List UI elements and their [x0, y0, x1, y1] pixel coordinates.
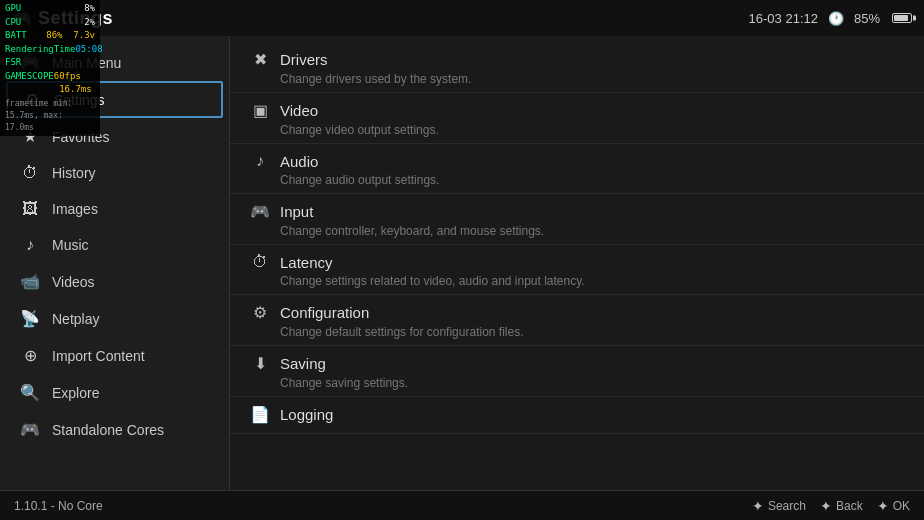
ok-action[interactable]: ✦OK — [877, 498, 910, 514]
content-item-configuration[interactable]: ⚙ConfigurationChange default settings fo… — [230, 295, 924, 346]
search-action-icon: ✦ — [752, 498, 764, 514]
configuration-content-icon: ⚙ — [250, 303, 270, 322]
back-action-label: Back — [836, 499, 863, 513]
rendering-label: RenderingTime — [5, 43, 75, 57]
sidebar-label-history: History — [52, 165, 96, 181]
videos-icon: 📹 — [20, 272, 40, 291]
content-item-input[interactable]: 🎮InputChange controller, keyboard, and m… — [230, 194, 924, 245]
sidebar-item-music[interactable]: ♪Music — [0, 227, 229, 263]
gpu-value: 8% — [84, 2, 95, 16]
ok-action-label: OK — [893, 499, 910, 513]
cpu-value: 2% — [84, 16, 95, 30]
gpu-label: GPU — [5, 2, 21, 16]
sidebar-item-images[interactable]: 🖼Images — [0, 191, 229, 227]
import-icon: ⊕ — [20, 346, 40, 365]
latency-content-icon: ⏱ — [250, 253, 270, 271]
battery-pct: 85% — [854, 11, 880, 26]
netplay-icon: 📡 — [20, 309, 40, 328]
sidebar-label-import: Import Content — [52, 348, 145, 364]
input-title: Input — [280, 203, 313, 220]
battery-icon — [892, 13, 912, 23]
sidebar-label-netplay: Netplay — [52, 311, 99, 327]
rendering-value: 05:08 — [75, 43, 102, 57]
latency-title: Latency — [280, 254, 333, 271]
video-content-icon: ▣ — [250, 101, 270, 120]
content-item-latency[interactable]: ⏱LatencyChange settings related to video… — [230, 245, 924, 295]
configuration-title: Configuration — [280, 304, 369, 321]
gamescope-label: GAMESCOPE — [5, 70, 54, 97]
main-layout: 🎮Main Menu⚙Settings★Favorites⏱History🖼Im… — [0, 36, 924, 490]
drivers-desc: Change drivers used by the system. — [250, 72, 904, 86]
clock-icon: 🕐 — [828, 11, 844, 26]
top-bar: 🎮 Settings 16-03 21:12 🕐 85% — [0, 0, 924, 36]
bottom-actions: ✦Search✦Back✦OK — [752, 498, 910, 514]
search-action-label: Search — [768, 499, 806, 513]
cpu-label: CPU — [5, 16, 21, 30]
video-title: Video — [280, 102, 318, 119]
video-desc: Change video output settings. — [250, 123, 904, 137]
sidebar-label-videos: Videos — [52, 274, 95, 290]
sidebar-label-music: Music — [52, 237, 89, 253]
sidebar-item-explore[interactable]: 🔍Explore — [0, 374, 229, 411]
content-item-audio[interactable]: ♪AudioChange audio output settings. — [230, 144, 924, 194]
batt-label: BATT — [5, 29, 27, 43]
ok-action-icon: ✦ — [877, 498, 889, 514]
top-bar-right: 16-03 21:12 🕐 85% — [749, 11, 912, 26]
saving-content-icon: ⬇ — [250, 354, 270, 373]
logging-content-icon: 📄 — [250, 405, 270, 424]
system-stats-overlay: GPU 8% CPU 2% BATT 86% 7.3v RenderingTim… — [0, 0, 100, 136]
explore-icon: 🔍 — [20, 383, 40, 402]
input-content-icon: 🎮 — [250, 202, 270, 221]
datetime-display: 16-03 21:12 — [749, 11, 818, 26]
frametime-row: frametime min: 15.7ms, max: 17.0ms — [5, 98, 95, 134]
standalone-icon: 🎮 — [20, 420, 40, 439]
audio-title: Audio — [280, 153, 318, 170]
search-action[interactable]: ✦Search — [752, 498, 806, 514]
sidebar-item-videos[interactable]: 📹Videos — [0, 263, 229, 300]
content-item-saving[interactable]: ⬇SavingChange saving settings. — [230, 346, 924, 397]
images-icon: 🖼 — [20, 200, 40, 218]
drivers-title: Drivers — [280, 51, 328, 68]
sidebar-item-import[interactable]: ⊕Import Content — [0, 337, 229, 374]
drivers-content-icon: ✖ — [250, 50, 270, 69]
version-label: 1.10.1 - No Core — [14, 499, 103, 513]
bottom-bar: 1.10.1 - No Core ✦Search✦Back✦OK — [0, 490, 924, 520]
latency-desc: Change settings related to video, audio … — [250, 274, 904, 288]
batt-value: 86% 7.3v — [46, 29, 95, 43]
sidebar-label-standalone: Standalone Cores — [52, 422, 164, 438]
back-action[interactable]: ✦Back — [820, 498, 863, 514]
sidebar-item-history[interactable]: ⏱History — [0, 155, 229, 191]
logging-title: Logging — [280, 406, 333, 423]
saving-desc: Change saving settings. — [250, 376, 904, 390]
input-desc: Change controller, keyboard, and mouse s… — [250, 224, 904, 238]
saving-title: Saving — [280, 355, 326, 372]
sidebar-item-standalone[interactable]: 🎮Standalone Cores — [0, 411, 229, 448]
music-icon: ♪ — [20, 236, 40, 254]
sidebar-label-images: Images — [52, 201, 98, 217]
audio-content-icon: ♪ — [250, 152, 270, 170]
fsr-label: FSR — [5, 56, 21, 70]
history-icon: ⏱ — [20, 164, 40, 182]
back-action-icon: ✦ — [820, 498, 832, 514]
sidebar-item-netplay[interactable]: 📡Netplay — [0, 300, 229, 337]
audio-desc: Change audio output settings. — [250, 173, 904, 187]
configuration-desc: Change default settings for configuratio… — [250, 325, 904, 339]
sidebar-label-explore: Explore — [52, 385, 99, 401]
gamescope-value: 60fps 16.7ms — [54, 70, 95, 97]
content-item-logging[interactable]: 📄Logging — [230, 397, 924, 434]
content-item-video[interactable]: ▣VideoChange video output settings. — [230, 93, 924, 144]
content-item-drivers[interactable]: ✖DriversChange drivers used by the syste… — [230, 42, 924, 93]
content-area: ✖DriversChange drivers used by the syste… — [230, 36, 924, 490]
